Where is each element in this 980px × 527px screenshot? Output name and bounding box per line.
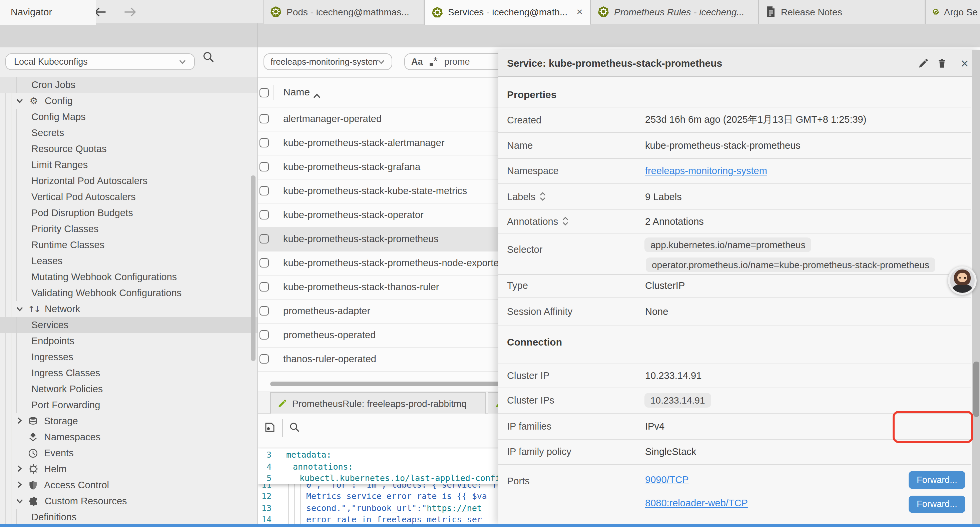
avatar[interactable] (948, 266, 977, 295)
tab-release-notes-label: Release Notes (781, 7, 842, 18)
nav-item-endpoints[interactable]: Endpoints (0, 333, 257, 349)
kubeconfig-selector-value: Local Kubeconfigs (14, 57, 88, 67)
row-checkbox[interactable] (259, 307, 269, 315)
navigator-scrollbar[interactable] (251, 175, 255, 361)
match-case-toggle[interactable]: Aa (411, 57, 423, 67)
nav-item-services[interactable]: Services (0, 317, 257, 333)
namespace-filter-select[interactable]: freeleaps-monitoring-system (263, 53, 392, 70)
nav-item-validating-webhook-configurations[interactable]: Validating Webhook Configurations (0, 285, 257, 301)
sort-ascending-icon[interactable] (313, 89, 321, 101)
runbook-url-link[interactable]: https://net (426, 503, 482, 513)
row-checkbox[interactable] (259, 139, 269, 147)
details-title: Service: kube-prometheus-stack-prometheu… (507, 57, 722, 69)
nav-item-access-control[interactable]: Access Control (0, 477, 257, 493)
expander-icon[interactable] (539, 193, 546, 201)
puzzle-icon (28, 496, 39, 506)
search-icon[interactable] (202, 50, 215, 66)
nav-item-events[interactable]: Events (0, 445, 257, 461)
tab-pods[interactable]: Pods - icecheng@mathmas... (262, 0, 424, 24)
port-link-9090[interactable]: 9090/TCP (645, 474, 689, 485)
row-checkbox[interactable] (259, 115, 269, 123)
properties-section-heading: Properties (507, 89, 556, 100)
tab-close-icon[interactable]: × (576, 7, 583, 18)
nav-item-definitions[interactable]: Definitions (0, 509, 257, 524)
navigator-tab[interactable]: Navigator (0, 0, 96, 24)
forward-button-8080[interactable]: Forward... (908, 495, 965, 513)
search-icon[interactable] (289, 422, 300, 436)
property-row-cluster-ip: Cluster IP 10.233.14.91 (498, 363, 971, 388)
nav-item-mutating-webhook-configurations[interactable]: Mutating Webhook Configurations (0, 269, 257, 285)
chevron-right-icon[interactable] (16, 416, 23, 426)
tab-services[interactable]: Services - icecheng@math... × (424, 0, 590, 24)
chevron-down-icon (377, 57, 385, 67)
row-checkbox[interactable] (259, 282, 269, 291)
nav-item-config[interactable]: ⚙ Config (0, 93, 257, 109)
namespace-filter-value: freeleaps-monitoring-system (270, 57, 377, 67)
row-checkbox[interactable] (259, 234, 269, 244)
nav-item-runtime-classes[interactable]: Runtime Classes (0, 237, 257, 253)
expander-icon[interactable] (562, 217, 568, 226)
row-checkbox[interactable] (259, 355, 269, 363)
editor-tab-prometheusrule[interactable]: PrometheusRule: freeleaps-prod-rabbitmq (270, 392, 486, 414)
edit-pencil-icon[interactable] (917, 57, 929, 69)
chevron-right-icon[interactable] (16, 463, 23, 474)
row-checkbox[interactable] (259, 258, 269, 267)
chevron-down-icon[interactable] (16, 304, 23, 314)
row-checkbox[interactable] (259, 210, 269, 220)
kubernetes-icon (270, 6, 281, 18)
nav-item-network[interactable]: ↑↓ Network (0, 301, 257, 317)
nav-item-vertical-pod-autoscalers[interactable]: Vertical Pod Autoscalers (0, 189, 257, 205)
row-checkbox[interactable] (259, 331, 269, 339)
nav-item-custom-resources[interactable]: Custom Resources (0, 493, 257, 509)
nav-item-secrets[interactable]: Secrets (0, 125, 257, 141)
tab-argo[interactable]: Argo Se (925, 0, 980, 24)
property-row-cluster-ips: Cluster IPs 10.233.14.91 (498, 388, 971, 414)
delete-trash-icon[interactable] (936, 57, 948, 69)
nav-item-cron-jobs[interactable]: Cron Jobs (0, 77, 257, 93)
nav-item-port-forwarding[interactable]: Port Forwarding (0, 397, 257, 413)
nav-item-namespaces[interactable]: Namespaces (0, 429, 257, 445)
nav-item-ingress-classes[interactable]: Ingress Classes (0, 365, 257, 381)
row-checkbox[interactable] (259, 162, 269, 172)
gear-icon: ⚙ (28, 96, 39, 106)
namespace-link[interactable]: freeleaps-monitoring-system (645, 166, 767, 177)
indent-guide (288, 484, 289, 524)
connection-section-heading: Connection (507, 336, 562, 347)
chevron-down-icon[interactable] (16, 96, 23, 106)
save-icon[interactable] (264, 422, 275, 436)
service-details-panel: Service: kube-prometheus-stack-prometheu… (498, 50, 980, 524)
details-scrollbar-thumb[interactable] (973, 361, 979, 417)
kubeconfig-selector[interactable]: Local Kubeconfigs (5, 53, 195, 70)
regex-toggle[interactable]: * (430, 56, 438, 68)
close-icon[interactable]: × (959, 57, 970, 69)
editor-tab-label: PrometheusRule: freeleaps-prod-rabbitmq (292, 398, 467, 409)
document-icon (765, 6, 776, 18)
forward-button-9090[interactable]: Forward... (908, 471, 965, 489)
nav-item-priority-classes[interactable]: Priority Classes (0, 221, 257, 237)
port-link-8080[interactable]: 8080:reloader-web/TCP (645, 497, 748, 508)
layers-diamond-icon (27, 432, 39, 442)
nav-item-limit-ranges[interactable]: Limit Ranges (0, 157, 257, 173)
nav-item-network-policies[interactable]: Network Policies (0, 381, 257, 397)
nav-item-horizontal-pod-autoscalers[interactable]: Horizontal Pod Autoscalers (0, 173, 257, 189)
nav-item-pod-disruption-budgets[interactable]: Pod Disruption Budgets (0, 205, 257, 221)
chevron-right-icon[interactable] (16, 480, 23, 490)
name-column-header[interactable]: Name (283, 86, 310, 97)
tab-prometheus-rules[interactable]: Prometheus Rules - icecheng... (590, 0, 758, 24)
row-checkbox[interactable] (259, 186, 269, 196)
nav-item-ingresses[interactable]: Ingresses (0, 349, 257, 365)
nav-item-resource-quotas[interactable]: Resource Quotas (0, 141, 257, 157)
database-icon (27, 416, 39, 426)
chevron-down-icon[interactable] (16, 496, 23, 506)
nav-item-config-maps[interactable]: Config Maps (0, 109, 257, 125)
selector-chip: app.kubernetes.io/name=prometheus (644, 237, 811, 252)
kubernetes-icon (431, 7, 442, 18)
panel-divider (258, 23, 258, 524)
select-all-checkbox[interactable] (259, 88, 269, 97)
property-row-selector: Selector app.kubernetes.io/name=promethe… (498, 234, 971, 274)
tab-release-notes[interactable]: Release Notes (758, 0, 925, 24)
nav-item-storage[interactable]: Storage (0, 413, 257, 429)
nav-item-leases[interactable]: Leases (0, 253, 257, 269)
forward-arrow-icon[interactable] (123, 5, 137, 19)
nav-item-helm[interactable]: Helm (0, 461, 257, 477)
